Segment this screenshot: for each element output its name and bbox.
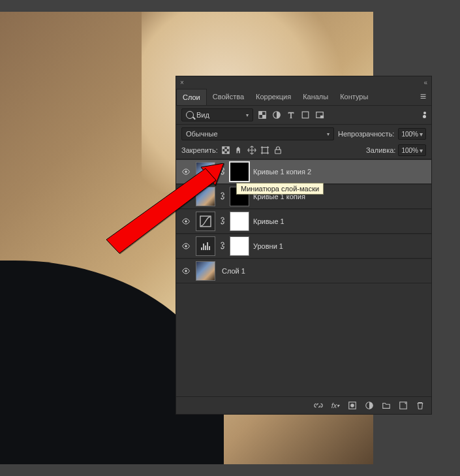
- link-layers-icon[interactable]: [314, 401, 323, 410]
- close-icon[interactable]: ×: [180, 79, 184, 86]
- delete-layer-icon[interactable]: [416, 401, 425, 410]
- filter-type-icon[interactable]: [286, 110, 296, 120]
- annotation-arrow: [103, 163, 227, 255]
- add-mask-icon[interactable]: [348, 401, 357, 410]
- filter-shape-icon[interactable]: [300, 110, 311, 120]
- search-icon: [186, 111, 194, 119]
- fill-value: 100%: [401, 147, 418, 154]
- chevron-down-icon: ▾: [327, 131, 330, 137]
- filter-pixel-icon[interactable]: [257, 110, 268, 120]
- new-layer-icon[interactable]: [399, 401, 408, 410]
- panel-footer: fx▾: [176, 396, 431, 414]
- lock-transparency-icon[interactable]: [221, 145, 231, 155]
- svg-rect-14: [275, 150, 281, 153]
- new-group-icon[interactable]: [382, 401, 391, 410]
- svg-point-22: [350, 404, 354, 407]
- layer-filter-row: Вид ▾: [176, 106, 431, 125]
- svg-rect-13: [262, 148, 268, 153]
- tab-layers[interactable]: Слои: [176, 89, 207, 105]
- lock-all-icon[interactable]: [273, 145, 283, 155]
- layer-mask-thumbnail[interactable]: [230, 236, 249, 256]
- fill-input[interactable]: 100% ▾: [398, 144, 426, 156]
- svg-rect-8: [222, 147, 225, 150]
- fill-label: Заливка:: [366, 146, 395, 154]
- svg-rect-10: [224, 149, 227, 151]
- blend-mode-select[interactable]: Обычные ▾: [181, 127, 334, 140]
- filter-toggle[interactable]: [423, 112, 426, 118]
- lock-image-icon[interactable]: [234, 145, 244, 155]
- blend-mode-label: Обычные: [186, 130, 218, 138]
- filter-kind-label: Вид: [196, 111, 209, 119]
- layer-name[interactable]: Уровни 1: [253, 242, 427, 250]
- lock-label: Закрепить:: [181, 146, 218, 154]
- panel-titlebar[interactable]: × «: [176, 76, 431, 88]
- panel-menu-icon[interactable]: ≡: [415, 88, 431, 105]
- chevron-down-icon: ▾: [246, 112, 249, 118]
- svg-rect-9: [227, 147, 230, 150]
- tooltip: Миниатюра слой-маски: [236, 183, 324, 195]
- lock-row: Закрепить: Заливка: 100% ▾: [176, 143, 431, 159]
- filter-smartobject-icon[interactable]: [314, 110, 325, 120]
- svg-rect-2: [262, 115, 266, 118]
- svg-rect-12: [227, 151, 230, 154]
- lock-position-icon[interactable]: [247, 145, 257, 155]
- blend-row: Обычные ▾ Непрозрачность: 100% ▾: [176, 125, 431, 143]
- visibility-icon[interactable]: [180, 265, 192, 277]
- opacity-value: 100%: [401, 131, 418, 138]
- chevron-down-icon: ▾: [420, 147, 423, 154]
- layer-name[interactable]: Кривые 1 копия 2: [253, 168, 427, 176]
- opacity-label: Непрозрачность:: [338, 130, 394, 138]
- collapse-icon[interactable]: «: [423, 79, 427, 86]
- layer-row[interactable]: Слой 1: [176, 259, 431, 283]
- layer-mask-thumbnail[interactable]: [230, 162, 249, 182]
- tab-channels[interactable]: Каналы: [297, 89, 334, 104]
- tab-adjustments[interactable]: Коррекция: [250, 89, 297, 104]
- svg-rect-6: [320, 116, 324, 118]
- tab-properties[interactable]: Свойства: [207, 89, 250, 104]
- layer-mask-thumbnail[interactable]: [230, 212, 249, 231]
- layer-name[interactable]: Кривые 1: [253, 217, 427, 225]
- lock-artboard-icon[interactable]: [260, 145, 270, 155]
- svg-point-20: [185, 270, 187, 272]
- svg-marker-26: [106, 168, 216, 253]
- filter-kind-select[interactable]: Вид ▾: [181, 108, 253, 121]
- chevron-down-icon: ▾: [420, 131, 423, 138]
- opacity-input[interactable]: 100% ▾: [398, 128, 426, 140]
- new-adjustment-icon[interactable]: [365, 401, 374, 410]
- panel-tabs: Слои Свойства Коррекция Каналы Контуры ≡: [176, 88, 431, 106]
- layer-thumbnail[interactable]: [196, 261, 215, 281]
- filter-adjustment-icon[interactable]: [271, 110, 282, 120]
- layer-style-icon[interactable]: fx▾: [331, 401, 340, 410]
- tab-paths[interactable]: Контуры: [334, 89, 374, 104]
- svg-rect-11: [222, 151, 225, 154]
- layer-name[interactable]: Слой 1: [222, 267, 427, 275]
- svg-rect-1: [259, 112, 262, 115]
- svg-rect-4: [302, 112, 309, 118]
